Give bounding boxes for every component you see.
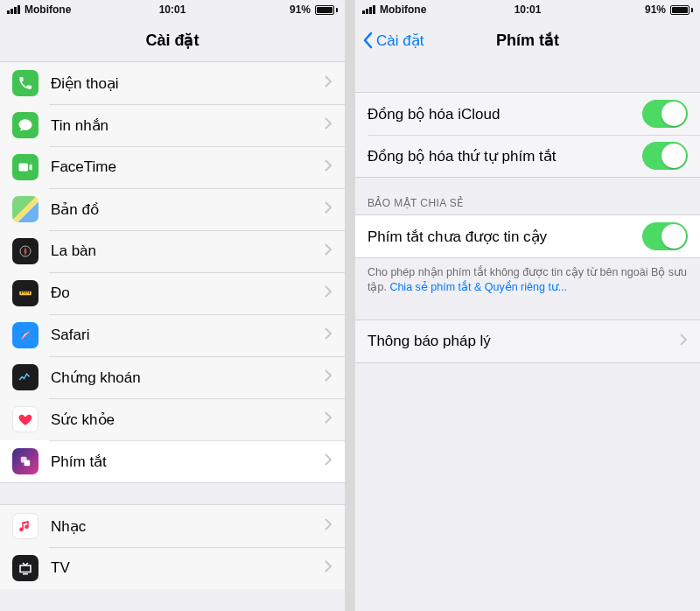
spacer — [355, 295, 700, 320]
cell-label: Phím tắt — [51, 453, 325, 471]
cell-label: Tin nhắn — [51, 116, 325, 135]
sidebar-item-facetime[interactable]: FaceTime — [0, 146, 345, 188]
section-footer: Cho phép nhận phím tắt không được tin cậ… — [355, 258, 700, 295]
facetime-icon — [12, 154, 38, 180]
row-icloud-sync[interactable]: Đồng bộ hóa iCloud — [355, 93, 700, 135]
settings-list: Điện thoại Tin nhắn FaceTime Bản đồ La b — [0, 61, 345, 589]
chevron-right-icon — [325, 411, 332, 427]
section-header-security: BẢO MẬT CHIA SẺ — [355, 178, 700, 214]
clock: 10:01 — [355, 4, 700, 16]
settings-screen: Mobifone 10:01 91% Cài đặt Điện thoại — [0, 0, 345, 611]
sidebar-item-stocks[interactable]: Chứng khoán — [0, 356, 345, 398]
chevron-right-icon — [325, 560, 332, 576]
cell-label: TV — [51, 559, 325, 577]
clock: 10:01 — [0, 4, 345, 16]
health-icon — [12, 406, 38, 432]
sidebar-item-measure[interactable]: Đo — [0, 272, 345, 314]
phone-icon — [12, 70, 38, 96]
nav-bar: Cài đặt — [0, 19, 345, 61]
sidebar-item-tv[interactable]: TV — [0, 547, 345, 589]
spacer — [355, 61, 700, 92]
sidebar-item-safari[interactable]: Safari — [0, 314, 345, 356]
toggle-shortcut-order-sync[interactable] — [642, 142, 688, 170]
list-group-separator — [0, 482, 345, 505]
row-label: Thông báo pháp lý — [368, 333, 680, 350]
music-icon — [12, 513, 38, 539]
sidebar-item-shortcuts[interactable]: Phím tắt — [0, 440, 345, 482]
sidebar-item-maps[interactable]: Bản đồ — [0, 188, 345, 230]
back-button[interactable]: Cài đặt — [362, 19, 424, 61]
cell-label: Bản đồ — [51, 200, 325, 219]
chevron-right-icon — [325, 327, 332, 343]
toggle-untrusted-shortcuts[interactable] — [642, 222, 688, 250]
row-label: Phím tắt chưa được tin cậy — [368, 228, 642, 246]
row-legal[interactable]: Thông báo pháp lý — [355, 320, 700, 362]
sidebar-item-messages[interactable]: Tin nhắn — [0, 104, 345, 146]
measure-icon — [12, 280, 38, 306]
cell-label: Chứng khoán — [51, 369, 325, 387]
chevron-right-icon — [325, 201, 332, 217]
chevron-right-icon — [325, 518, 332, 534]
svg-rect-9 — [24, 460, 31, 467]
toggle-icloud-sync[interactable] — [642, 100, 688, 128]
compass-icon — [12, 238, 38, 264]
cell-label: Nhạc — [51, 517, 325, 536]
cell-label: Safari — [51, 327, 325, 344]
chevron-right-icon — [325, 285, 332, 301]
status-bar: Mobifone 10:01 91% — [355, 0, 700, 19]
chevron-right-icon — [325, 369, 332, 385]
nav-bar: Cài đặt Phím tắt — [355, 19, 700, 61]
chevron-left-icon — [362, 32, 373, 49]
status-bar: Mobifone 10:01 91% — [0, 0, 345, 19]
legal-group: Thông báo pháp lý — [355, 320, 700, 363]
security-group: Phím tắt chưa được tin cậy — [355, 214, 700, 258]
sidebar-item-phone[interactable]: Điện thoại — [0, 62, 345, 104]
chevron-right-icon — [325, 159, 332, 175]
cell-label: Đo — [51, 284, 325, 302]
sidebar-item-health[interactable]: Sức khỏe — [0, 398, 345, 440]
sync-group: Đồng bộ hóa iCloud Đồng bộ hóa thứ tự ph… — [355, 92, 700, 178]
chevron-right-icon — [325, 453, 332, 469]
shortcuts-settings-screen: Mobifone 10:01 91% Cài đặt Phím tắt — [355, 0, 700, 611]
privacy-link[interactable]: Chia sẻ phím tắt & Quyền riêng tư... — [389, 281, 567, 293]
chevron-right-icon — [325, 75, 332, 91]
cell-label: FaceTime — [51, 158, 325, 176]
row-shortcut-order-sync[interactable]: Đồng bộ hóa thứ tự phím tắt — [355, 135, 700, 177]
page-title: Cài đặt — [145, 31, 199, 50]
row-untrusted-shortcuts[interactable]: Phím tắt chưa được tin cậy — [355, 215, 700, 257]
row-label: Đồng bộ hóa iCloud — [368, 105, 642, 123]
chevron-right-icon — [325, 243, 332, 259]
cell-label: La bàn — [51, 242, 325, 260]
sidebar-item-compass[interactable]: La bàn — [0, 230, 345, 272]
sidebar-item-music[interactable]: Nhạc — [0, 505, 345, 547]
chevron-right-icon — [680, 334, 688, 349]
messages-icon — [12, 112, 38, 138]
page-title: Phím tắt — [496, 31, 559, 50]
tv-icon — [12, 555, 38, 581]
row-label: Đồng bộ hóa thứ tự phím tắt — [368, 147, 642, 165]
back-label: Cài đặt — [376, 32, 424, 50]
stocks-icon — [12, 364, 38, 390]
cell-label: Sức khỏe — [51, 411, 325, 429]
cell-label: Điện thoại — [51, 74, 325, 93]
shortcuts-icon — [12, 448, 38, 474]
chevron-right-icon — [325, 117, 332, 133]
maps-icon — [12, 196, 38, 222]
safari-icon — [12, 322, 38, 348]
